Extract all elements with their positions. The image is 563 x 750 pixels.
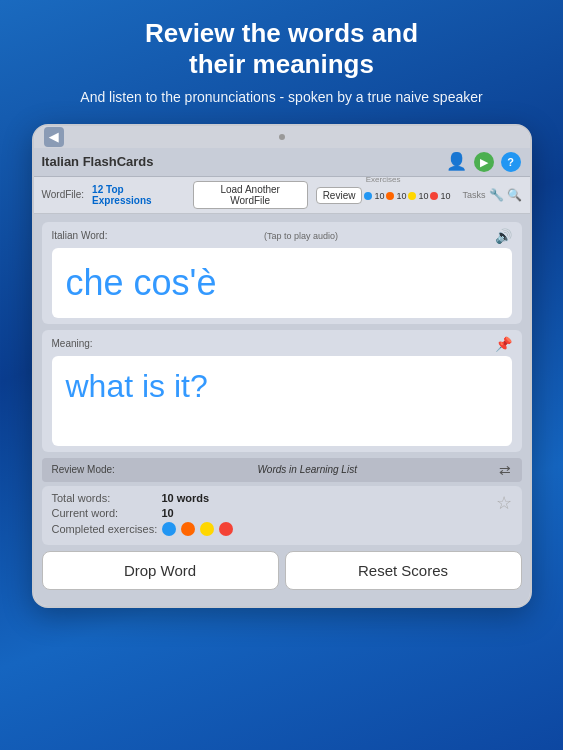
blue-dot-count: 10 xyxy=(364,191,384,201)
orange-dot-icon xyxy=(386,192,394,200)
meaning-text: what is it? xyxy=(66,368,208,405)
reset-scores-button[interactable]: Reset Scores xyxy=(285,551,522,590)
help-icon[interactable]: ? xyxy=(500,151,522,173)
current-word-label: Current word: xyxy=(52,507,162,519)
exercises-label: Exercises xyxy=(366,175,401,184)
italian-word-section: Italian Word: (Tap to play audio) 🔊 che … xyxy=(42,222,522,324)
bottom-buttons: Drop Word Reset Scores xyxy=(42,551,522,598)
exercise-yellow-dot xyxy=(200,522,214,536)
italian-word-header: Italian Word: (Tap to play audio) 🔊 xyxy=(52,228,512,244)
drop-word-button[interactable]: Drop Word xyxy=(42,551,279,590)
nav-bar: Italian FlashCards 👤 ▶ ? xyxy=(34,148,530,177)
review-mode-bar: Review Mode: Words in Learning List ⇄ xyxy=(42,458,522,482)
review-mode-label: Review Mode: xyxy=(52,464,115,475)
yellow-dot-count: 10 xyxy=(408,191,428,201)
meaning-display[interactable]: what is it? xyxy=(52,356,512,446)
ipad-frame: ◀ Italian FlashCards 👤 ▶ ? WordFile: 12 … xyxy=(32,124,532,608)
shuffle-icon[interactable]: ⇄ xyxy=(499,462,511,478)
blue-dot-icon xyxy=(364,192,372,200)
pin-icon[interactable]: 📌 xyxy=(495,336,512,352)
red-dot-icon xyxy=(430,192,438,200)
tasks-section: Tasks 🔧 🔍 xyxy=(462,188,521,202)
play-icon[interactable]: ▶ xyxy=(473,151,495,173)
person-icon[interactable]: 👤 xyxy=(446,151,468,173)
load-another-button[interactable]: Load Another WordFile xyxy=(193,181,308,209)
back-arrow-icon: ◀ xyxy=(49,130,58,144)
camera-dot xyxy=(279,134,285,140)
subtitle-text: And listen to the pronunciations - spoke… xyxy=(80,88,482,108)
wordfile-bar: WordFile: 12 Top Expressions Load Anothe… xyxy=(34,177,530,214)
meaning-label: Meaning: xyxy=(52,338,93,349)
wrench-icon[interactable]: 🔧 xyxy=(489,188,504,202)
total-words-row: Total words: 10 words xyxy=(52,492,233,504)
exercises-section: Exercises Review 10 10 10 10 xyxy=(316,185,451,204)
total-words-value: 10 words xyxy=(162,492,210,504)
completed-exercises-row: Completed exercises: xyxy=(52,522,233,536)
meaning-section: Meaning: 📌 what is it? xyxy=(42,330,522,452)
wordfile-label: WordFile: xyxy=(42,189,85,200)
meaning-header: Meaning: 📌 xyxy=(52,336,512,352)
nav-icons: 👤 ▶ ? xyxy=(446,151,522,173)
total-words-label: Total words: xyxy=(52,492,162,504)
star-icon[interactable]: ☆ xyxy=(496,492,512,514)
completed-exercises-label: Completed exercises: xyxy=(52,523,162,535)
review-mode-value: Words in Learning List xyxy=(257,464,357,475)
review-button[interactable]: Review xyxy=(316,187,363,204)
yellow-dot-icon xyxy=(408,192,416,200)
top-text-area: Review the words and their meanings And … xyxy=(60,0,502,118)
italian-word-display[interactable]: che cos'è xyxy=(52,248,512,318)
exercise-red-dot xyxy=(219,522,233,536)
orange-dot-count: 10 xyxy=(386,191,406,201)
exercise-dots xyxy=(162,522,233,536)
current-word-value: 10 xyxy=(162,507,174,519)
stats-area: Total words: 10 words Current word: 10 C… xyxy=(42,486,522,545)
italian-word-label: Italian Word: xyxy=(52,230,108,241)
exercise-blue-dot xyxy=(162,522,176,536)
tasks-label: Tasks xyxy=(462,190,485,200)
exercise-orange-dot xyxy=(181,522,195,536)
search-icon[interactable]: 🔍 xyxy=(507,188,522,202)
nav-title: Italian FlashCards xyxy=(42,154,154,169)
main-content: Italian Word: (Tap to play audio) 🔊 che … xyxy=(34,214,530,606)
wordfile-name: 12 Top Expressions xyxy=(92,184,185,206)
tap-to-play-label: (Tap to play audio) xyxy=(264,231,338,241)
audio-icon[interactable]: 🔊 xyxy=(495,228,512,244)
italian-word-text: che cos'è xyxy=(66,262,217,304)
back-button[interactable]: ◀ xyxy=(44,127,64,147)
current-word-row: Current word: 10 xyxy=(52,507,233,519)
ipad-topbar: ◀ xyxy=(34,126,530,148)
main-heading: Review the words and their meanings xyxy=(80,18,482,80)
red-dot-count: 10 xyxy=(430,191,450,201)
